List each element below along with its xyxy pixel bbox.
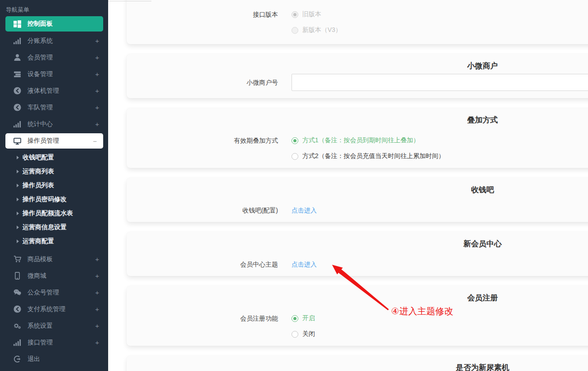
settings-form: 接口版本旧版本新版本（V3）小微商户小微商户号叠加方式有效期叠加方式方式1（备注…: [108, 0, 588, 371]
field-control: 开启关闭: [292, 314, 588, 339]
radio-selected-icon: [292, 11, 298, 18]
expand-plus-icon: +: [95, 54, 99, 61]
enter-link[interactable]: 点击进入: [292, 206, 317, 215]
caret-right-icon: [17, 170, 19, 173]
sidebar-item[interactable]: 控制面板: [5, 16, 103, 32]
form-row: 有效期叠加方式方式1（备注：按会员到期时间往上叠加）方式2（备注：按会员充值当天…: [127, 136, 588, 161]
sidebar-item[interactable]: 统计中心+: [0, 116, 108, 132]
sidebar-item[interactable]: 接口管理+: [0, 334, 108, 351]
radio-unselected-icon: [292, 27, 298, 34]
sidebar-item-label: 操作员管理: [27, 137, 93, 145]
sidebar-item[interactable]: 支付系统管理+: [0, 301, 108, 317]
section-title: 会员注册: [127, 293, 588, 303]
nav-header: 导航菜单: [0, 0, 108, 15]
chart-bars-icon: [14, 37, 21, 45]
expand-plus-icon: +: [95, 255, 99, 263]
sidebar-item[interactable]: 会员管理+: [0, 49, 108, 66]
chart-bars-icon: [14, 120, 21, 128]
sidebar-item[interactable]: 操作员管理−: [5, 133, 103, 149]
settings-card: 接口版本旧版本新版本（V3）: [127, 0, 588, 44]
caret-right-icon: [17, 184, 19, 187]
sidebar-subitem-label: 操作员密码修改: [23, 195, 67, 204]
caret-right-icon: [17, 226, 19, 229]
radio-selected-icon: [292, 137, 298, 144]
sidebar-item-label: 统计中心: [27, 120, 95, 128]
expand-plus-icon: +: [95, 322, 99, 330]
expand-plus-icon: +: [95, 120, 99, 128]
sidebar-item[interactable]: 液体机管理+: [0, 82, 108, 99]
expand-plus-icon: +: [95, 70, 99, 78]
radio-label: 方式2（备注：按会员充值当天时间往上累加时间）: [302, 152, 445, 160]
sidebar-subitem-label: 运营商列表: [23, 167, 54, 176]
field-label: 收钱吧(配置): [127, 206, 288, 215]
phone-icon: [14, 272, 21, 280]
sidebar-subitem-label: 运营商信息设置: [23, 223, 67, 231]
expand-plus-icon: +: [95, 339, 99, 346]
sidebar-item[interactable]: 微商城+: [0, 267, 108, 284]
radio-label: 旧版本: [302, 10, 321, 18]
text-input[interactable]: [292, 74, 588, 91]
field-label: 接口版本: [127, 10, 288, 19]
sidebar-item[interactable]: 车队管理+: [0, 99, 108, 116]
radio-option[interactable]: 方式1（备注：按会员到期时间往上叠加）: [292, 136, 588, 145]
field-label: 会员中心主题: [127, 260, 288, 269]
expand-plus-icon: +: [95, 305, 99, 313]
sidebar-item-label: 车队管理: [27, 104, 95, 112]
radio-label: 方式1（备注：按会员到期时间往上叠加）: [302, 136, 419, 145]
field-control: 点击进入: [292, 206, 588, 215]
device-list-icon: [14, 70, 21, 78]
sidebar-item[interactable]: 设备管理+: [0, 66, 108, 82]
sidebar-subitem[interactable]: 运营商配置: [0, 234, 108, 248]
radio-option[interactable]: 关闭: [292, 330, 588, 339]
radio-label: 新版本（V3）: [302, 26, 342, 34]
main-content: 接口版本旧版本新版本（V3）小微商户小微商户号叠加方式有效期叠加方式方式1（备注…: [108, 0, 588, 371]
circle-chevron-left-icon: [14, 104, 21, 111]
sidebar-subitem[interactable]: 操作员列表: [0, 178, 108, 192]
enter-link[interactable]: 点击进入: [292, 260, 317, 269]
sidebar-submenu: 收钱吧配置运营商列表操作员列表操作员密码修改操作员配额流水表运营商信息设置运营商…: [0, 149, 108, 251]
settings-card: 新会员中心会员中心主题点击进入: [127, 232, 588, 276]
expand-plus-icon: +: [95, 104, 99, 111]
radio-option[interactable]: 方式2（备注：按会员充值当天时间往上累加时间）: [292, 152, 588, 161]
annotation-text: ④进入主题修改: [391, 305, 453, 317]
radio-label: 关闭: [302, 330, 315, 338]
settings-card: 会员注册会员注册功能开启关闭: [127, 286, 588, 346]
sidebar-item[interactable]: 系统设置+: [0, 317, 108, 334]
settings-card: 收钱吧收钱吧(配置)点击进入: [127, 178, 588, 222]
sidebar-item-label: 会员管理: [27, 54, 95, 62]
sidebar-subitem[interactable]: 运营商信息设置: [0, 220, 108, 234]
settings-card: 叠加方式有效期叠加方式方式1（备注：按会员到期时间往上叠加）方式2（备注：按会员…: [127, 108, 588, 168]
caret-right-icon: [17, 198, 19, 201]
form-row: 小微商户号: [127, 74, 588, 91]
expand-plus-icon: +: [95, 37, 99, 45]
sidebar-item[interactable]: 退出: [0, 351, 108, 367]
gears-icon: [14, 322, 21, 330]
expand-plus-icon: +: [95, 272, 99, 280]
form-row: 会员注册功能开启关闭: [127, 314, 588, 339]
sidebar-item[interactable]: 公众号管理+: [0, 284, 108, 301]
radio-option: 新版本（V3）: [292, 26, 588, 35]
expand-plus-icon: +: [95, 289, 99, 296]
sidebar-item[interactable]: 商品模板+: [0, 251, 108, 267]
sidebar-item[interactable]: 分账系统+: [0, 32, 108, 49]
sidebar-item-label: 液体机管理: [27, 87, 95, 95]
field-label: 会员注册功能: [127, 314, 288, 323]
sidebar-item-label: 微商城: [27, 272, 95, 280]
caret-right-icon: [17, 212, 19, 215]
sidebar-subitem[interactable]: 运营商列表: [0, 164, 108, 178]
sidebar-item-label: 系统设置: [27, 322, 95, 330]
section-title: 是否为新尿素机: [127, 363, 588, 371]
sidebar-item-label: 分账系统: [27, 37, 95, 45]
radio-label: 开启: [302, 314, 315, 322]
sidebar-subitem[interactable]: 操作员密码修改: [0, 192, 108, 206]
settings-card: 小微商户小微商户号: [127, 54, 588, 98]
sidebar: 导航菜单 控制面板分账系统+会员管理+设备管理+液体机管理+车队管理+统计中心+…: [0, 0, 108, 371]
sidebar-subitem[interactable]: 收钱吧配置: [0, 150, 108, 164]
sidebar-subitem[interactable]: 操作员配额流水表: [0, 206, 108, 220]
collapse-minus-icon: −: [93, 137, 97, 145]
form-row: 收钱吧(配置)点击进入: [127, 206, 588, 215]
expand-plus-icon: +: [95, 87, 99, 95]
field-control: 方式1（备注：按会员到期时间往上叠加）方式2（备注：按会员充值当天时间往上累加时…: [292, 136, 588, 161]
circle-chevron-left-icon: [14, 87, 21, 95]
field-control: [292, 74, 588, 91]
